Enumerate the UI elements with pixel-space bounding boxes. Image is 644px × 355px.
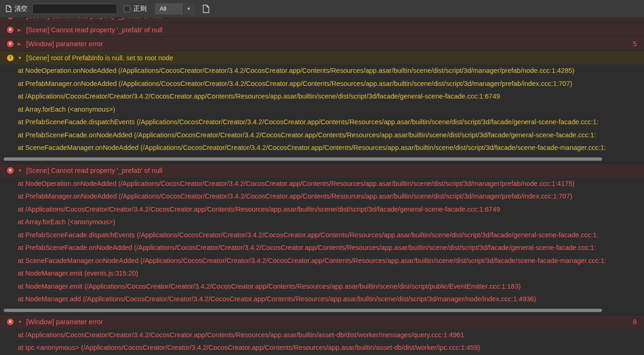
chevron-down-icon: ▼: [183, 3, 194, 14]
log-message: [Window] parameter error: [26, 40, 103, 48]
search-input[interactable]: [32, 4, 117, 14]
stack-trace-line: at NodeManager.emit (/Applications/Cocos…: [0, 280, 644, 293]
scrollbar-thumb[interactable]: [4, 309, 602, 312]
stack-trace-line: at PrefabSceneFacade.dispatchEvents (/Ap…: [0, 229, 644, 242]
error-icon: ×: [7, 18, 14, 19]
log-entry: ×▶[Window] parameter error5: [0, 36, 644, 50]
log-entry: ×▼[Scene] Cannot read property '_prefab'…: [0, 163, 644, 315]
chevron-down-icon[interactable]: ▼: [18, 320, 23, 324]
stack-trace-line: at Ipc.<anonymous> (/Applications/CocosC…: [0, 341, 644, 355]
chevron-right-icon[interactable]: ▶: [18, 42, 23, 46]
stack-trace-line: at PrefabSceneFacade.onNodeAdded (/Appli…: [0, 129, 644, 142]
stack-trace-line: at PrefabManager.onNodeAdded (/Applicati…: [0, 190, 644, 203]
log-entry-header[interactable]: ×▼[Scene] Cannot read property '_prefab'…: [0, 164, 644, 178]
error-icon: ×: [7, 41, 14, 47]
log-count-badge: 5: [627, 40, 637, 48]
log-entry: ×▶[Scene] Cannot read property '_prefab'…: [0, 22, 644, 36]
stack-trace-line: at PrefabSceneFacade.dispatchEvents (/Ap…: [0, 116, 644, 129]
log-entry-header[interactable]: ×▶[Scene] Cannot read property '_prefab'…: [0, 23, 644, 36]
log-entry-header[interactable]: ×▶[Window] parameter error5: [0, 37, 644, 50]
filter-dropdown-value: All: [155, 5, 183, 12]
stack-trace-line: at /Applications/CocosCreator/Creator/3.…: [0, 203, 644, 216]
stack-trace-line: at NodeOperation.onNodeAdded (/Applicati…: [0, 178, 644, 191]
stack-trace-line: at NodeManager.emit (events.js:315:20): [0, 267, 644, 280]
error-icon: ×: [7, 319, 14, 325]
log-message: [Scene] Cannot read property '_prefab' o…: [26, 167, 162, 174]
stack-trace-line: at /Applications/CocosCreator/Creator/3.…: [0, 90, 644, 103]
stack-trace: at NodeOperation.onNodeAdded (/Applicati…: [0, 178, 644, 306]
log-count-badge: 8: [627, 318, 637, 326]
console-toolbar: 清空 正则 All ▼: [0, 0, 644, 18]
warning-icon: !: [7, 55, 14, 61]
log-entry: ×▼[Window] parameter error8at /Applicati…: [0, 315, 644, 355]
filter-dropdown[interactable]: All ▼: [155, 3, 194, 14]
log-entry-header[interactable]: ×▼[Window] parameter error8: [0, 315, 644, 329]
log-message: [Scene] Cannot read property '_prefab' o…: [26, 18, 162, 20]
chevron-down-icon[interactable]: ▼: [18, 168, 23, 173]
stack-trace: at NodeOperation.onNodeAdded (/Applicati…: [0, 64, 644, 155]
stack-trace-line: at Array.forEach (<anonymous>): [0, 103, 644, 116]
stack-trace: at /Applications/CocosCreator/Creator/3.…: [0, 329, 644, 355]
log-file-icon[interactable]: [203, 5, 210, 13]
log-entry-header[interactable]: ×▶[Scene] Cannot read property '_prefab'…: [0, 18, 644, 22]
clear-icon: [6, 5, 12, 12]
stack-trace-line: at PrefabManager.onNodeAdded (/Applicati…: [0, 78, 644, 91]
chevron-right-icon[interactable]: ▶: [18, 18, 23, 18]
chevron-right-icon[interactable]: ▶: [18, 28, 23, 32]
regex-checkbox[interactable]: [124, 6, 130, 12]
stack-trace-line: at Array.forEach (<anonymous>): [0, 216, 644, 229]
stack-trace-line: at /Applications/CocosCreator/Creator/3.…: [0, 329, 644, 342]
log-message: [Window] parameter error: [26, 318, 103, 326]
log-entry: ×▶[Scene] Cannot read property '_prefab'…: [0, 18, 644, 22]
clear-button-label: 清空: [14, 5, 28, 13]
log-entry: !▼[Scene] root of PrefabInfo is null, se…: [0, 50, 644, 163]
log-message: [Scene] root of PrefabInfo is null, set …: [26, 54, 173, 62]
chevron-down-icon[interactable]: ▼: [18, 56, 23, 60]
log-entry-header[interactable]: !▼[Scene] root of PrefabInfo is null, se…: [0, 51, 644, 64]
stack-trace-line: at SceneFacadeManager.onNodeAdded (/Appl…: [0, 142, 644, 155]
error-icon: ×: [7, 167, 14, 174]
error-icon: ×: [7, 27, 14, 33]
stack-trace-line: at SceneFacadeManager.onNodeAdded (/Appl…: [0, 255, 644, 268]
stack-trace-line: at NodeManager.add (/Applications/CocosC…: [0, 293, 644, 306]
regex-label: 正则: [133, 5, 147, 13]
scrollbar-thumb[interactable]: [4, 157, 602, 161]
stack-trace-line: at NodeOperation.onNodeAdded (/Applicati…: [0, 64, 644, 78]
console-log-list: ×▶[Scene] Cannot read property '_prefab'…: [0, 18, 644, 355]
clear-button[interactable]: 清空: [6, 5, 28, 13]
horizontal-scrollbar[interactable]: [0, 155, 644, 163]
stack-trace-line: at PrefabSceneFacade.onNodeAdded (/Appli…: [0, 241, 644, 255]
log-message: [Scene] Cannot read property '_prefab' o…: [26, 26, 162, 34]
horizontal-scrollbar[interactable]: [0, 306, 644, 315]
